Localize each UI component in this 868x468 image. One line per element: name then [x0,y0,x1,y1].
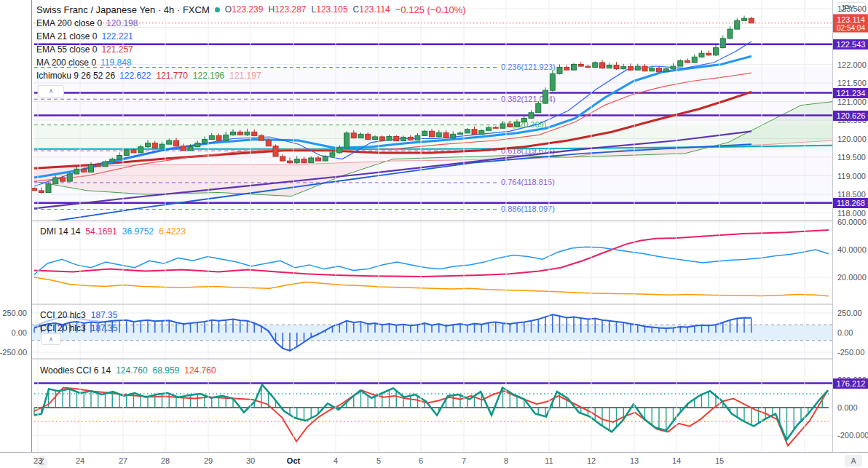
price-tick-label: 121.500 [837,79,867,87]
indicator-value: 6.4223 [159,226,186,237]
candle [415,135,420,140]
cci-legend-2[interactable]: CCI 20 hlc3187.35 [40,323,117,333]
fib-level-label: 0.236(121.923) [501,63,556,71]
candle [266,140,271,146]
indicator-value: 122.196 [193,71,224,81]
ohlc-pair: H123.287 [268,4,306,15]
price-tick-label: 122.000 [837,60,867,69]
cci-left-tick-label: 0.00 [12,328,27,337]
candle [181,146,186,151]
time-tick-label: Oct [287,456,300,465]
chevron-up-icon: ∧ [49,336,54,343]
right-price-scale[interactable]: JPY ⌄ 123.500122.000121.500121.000120.50… [832,0,868,452]
candle [358,134,363,138]
time-tick-label: 15 [715,456,724,465]
time-tick-label: 27 [119,456,127,465]
time-tick-label: 11 [545,456,553,465]
legend-label: MA 200 close 0 [36,57,96,68]
price-tick-label: 119.000 [837,172,866,181]
legend-row[interactable]: Ichimoku 9 26 52 26122.622121.770122.196… [36,69,466,82]
candle [379,137,384,140]
price-tick-label: 119.500 [837,153,866,162]
candle [465,130,470,133]
price-badge: 123.11402:54:04 [833,14,868,32]
legend-label: Ichimoku 9 26 52 26 [36,71,115,81]
candle [294,159,299,163]
price-badge: 118.268 [833,198,868,208]
candle [89,164,94,172]
legend-row[interactable]: EMA 200 close 0120.198 [36,17,466,30]
dmi-legend[interactable]: DMI 14 1454.169136.97526.4223 [40,226,186,237]
indicator-value: 36.9752 [122,226,154,237]
legend-row[interactable]: EMA 21 close 0122.221 [36,30,466,43]
candle [280,156,285,161]
candle [32,189,37,191]
legend-label: EMA 55 close 0 [36,44,97,55]
candle [699,53,704,57]
candle [515,122,520,127]
time-tick-label: 5 [376,456,381,465]
indicator-value: 122.221 [101,31,133,41]
pane-collapse-button-cci[interactable]: ∧ [41,333,61,345]
candle [394,136,399,140]
legend-row[interactable]: EMA 55 close 0121.257 [36,43,466,56]
ohlc-values: O123.239H123.287L123.105C123.114 [225,4,390,15]
candle [557,68,562,74]
candle [288,161,293,163]
candle [593,63,598,68]
time-tick-label: 24 [76,456,84,465]
candle [224,135,229,140]
cci-tick-label: 0.00 [837,328,853,337]
cci-legend-1[interactable]: CCI 20 hlc3187.35 [40,310,117,320]
candle [493,127,498,128]
pane-collapse-button-main[interactable]: ∧ [38,85,64,98]
time-axis[interactable]: Z A 232427282930Oct456781112131415 [0,452,868,468]
woodies-level-badge: 176.212 [833,378,868,389]
candle [117,155,122,159]
price-tick-label: 120.000 [837,135,867,143]
price-tick-label: 121.000 [837,98,867,106]
indicator-value: 124.760 [184,365,216,376]
candle [95,164,100,167]
auto-scale-button[interactable]: A [845,455,862,467]
dmi-tick-label: 20.0000 [837,273,867,282]
candle [635,66,640,70]
symbol-title: Swiss Franc / Japanese Yen · 4h · FXCM [36,4,210,15]
woodies-legend[interactable]: Woodies CCI 6 14124.76068.959124.760 [40,365,216,376]
candle [337,148,342,153]
candle [621,67,626,69]
cci-tick-label: 250.00 [837,309,862,317]
candle [607,66,612,68]
candle [749,18,754,23]
cci-pane [31,313,832,352]
legend-label: CCI 20 hlc3 [40,323,86,333]
candle [521,118,526,122]
candle [500,124,505,128]
legend-row[interactable]: MA 200 close 0119.848 [36,56,466,69]
time-tick-label: 8 [504,456,508,465]
woodies-tick-label: -200.000 [837,431,868,440]
candle [216,135,221,140]
candle [572,65,577,71]
left-price-scale[interactable]: 250.000.00-250.00 [0,0,32,452]
time-tick-label: 4 [334,456,338,465]
price-badge: 122.543 [833,39,868,49]
candle [742,18,747,20]
candle [578,65,583,67]
candle [614,66,619,69]
candle [472,130,477,135]
candle [387,136,392,140]
candle [174,140,179,146]
indicator-value: 121.257 [101,44,133,55]
candle [237,132,242,135]
auto-scale-label: A [851,457,856,465]
candle [550,74,555,90]
candle [67,174,72,181]
indicator-value: 119.848 [100,57,132,68]
candle [159,144,165,148]
candle [628,67,634,71]
time-tick-label: 23 [33,456,42,465]
indicator-value: 121.197 [229,71,261,81]
candle [53,178,58,184]
symbol-legend-row[interactable]: Swiss Franc / Japanese Yen · 4h · FXCM O… [36,2,466,17]
